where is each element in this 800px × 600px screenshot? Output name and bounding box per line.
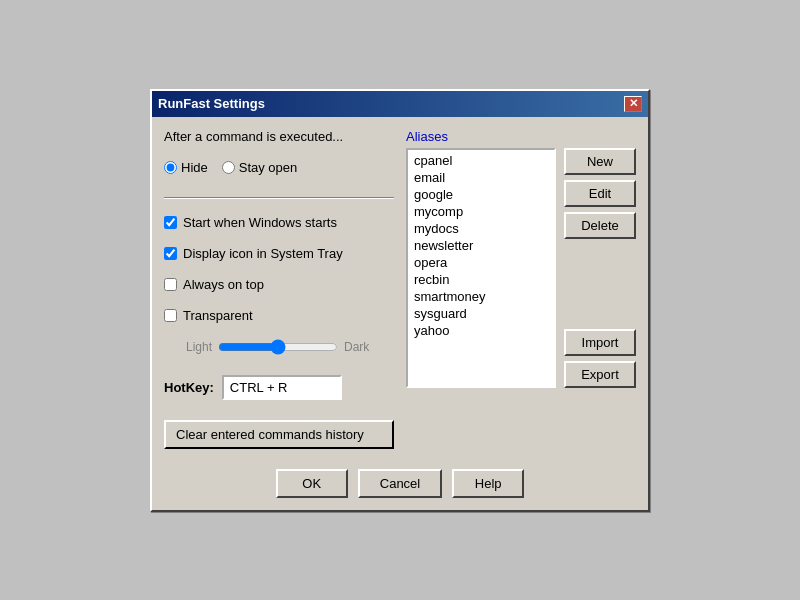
list-item[interactable]: recbin (410, 271, 552, 288)
list-item[interactable]: newsletter (410, 237, 552, 254)
export-button[interactable]: Export (564, 361, 636, 388)
list-item[interactable]: sysguard (410, 305, 552, 322)
list-item[interactable]: yahoo (410, 322, 552, 339)
list-item[interactable]: smartmoney (410, 288, 552, 305)
checkbox-always-on-top[interactable]: Always on top (164, 277, 394, 292)
checkbox-startup-label: Start when Windows starts (183, 215, 337, 230)
clear-history-button[interactable]: Clear entered commands history (164, 420, 394, 449)
radio-group: Hide Stay open (164, 160, 394, 175)
transparency-slider[interactable] (218, 339, 338, 355)
help-button[interactable]: Help (452, 469, 524, 498)
ok-button[interactable]: OK (276, 469, 348, 498)
slider-dark-label: Dark (344, 340, 369, 354)
checkbox-systray-label: Display icon in System Tray (183, 246, 343, 261)
slider-row: Light Dark (186, 339, 394, 355)
checkbox-always-on-top-label: Always on top (183, 277, 264, 292)
title-bar: RunFast Settings ✕ (152, 91, 648, 117)
list-item[interactable]: opera (410, 254, 552, 271)
checkbox-startup[interactable]: Start when Windows starts (164, 215, 394, 230)
checkbox-transparent[interactable]: Transparent (164, 308, 394, 323)
close-button[interactable]: ✕ (624, 96, 642, 112)
list-item[interactable]: google (410, 186, 552, 203)
left-panel: After a command is executed... Hide Stay… (164, 129, 394, 449)
dialog-footer: OK Cancel Help (152, 461, 648, 510)
edit-button[interactable]: Edit (564, 180, 636, 207)
import-button[interactable]: Import (564, 329, 636, 356)
cancel-button[interactable]: Cancel (358, 469, 442, 498)
list-item[interactable]: cpanel (410, 152, 552, 169)
radio-stay-open-label: Stay open (239, 160, 298, 175)
radio-stay-open[interactable]: Stay open (222, 160, 298, 175)
aliases-section: cpanelemailgooglemycompmydocsnewslettero… (406, 148, 636, 388)
aliases-buttons: New Edit Delete Import Export (564, 148, 636, 388)
hotkey-label: HotKey: (164, 380, 214, 395)
checkbox-transparent-label: Transparent (183, 308, 253, 323)
radio-hide-label: Hide (181, 160, 208, 175)
delete-button[interactable]: Delete (564, 212, 636, 239)
list-item[interactable]: email (410, 169, 552, 186)
hotkey-input[interactable] (222, 375, 342, 400)
checkbox-systray[interactable]: Display icon in System Tray (164, 246, 394, 261)
separator-1 (164, 197, 394, 199)
hotkey-row: HotKey: (164, 375, 394, 400)
radio-hide[interactable]: Hide (164, 160, 208, 175)
list-item[interactable]: mycomp (410, 203, 552, 220)
aliases-list[interactable]: cpanelemailgooglemycompmydocsnewslettero… (406, 148, 556, 388)
right-panel: Aliases cpanelemailgooglemycompmydocsnew… (406, 129, 636, 449)
slider-light-label: Light (186, 340, 212, 354)
list-item[interactable]: mydocs (410, 220, 552, 237)
new-button[interactable]: New (564, 148, 636, 175)
aliases-label: Aliases (406, 129, 636, 144)
after-command-label: After a command is executed... (164, 129, 394, 144)
dialog-body: After a command is executed... Hide Stay… (152, 117, 648, 461)
settings-dialog: RunFast Settings ✕ After a command is ex… (150, 89, 650, 512)
window-title: RunFast Settings (158, 96, 265, 111)
